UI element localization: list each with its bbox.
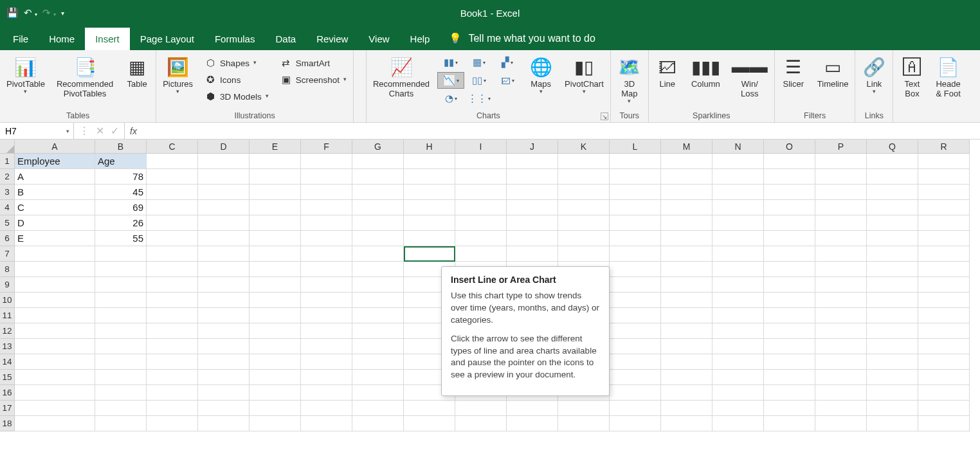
cell[interactable] (198, 169, 250, 185)
recommended-pivot-button[interactable]: 📑 Recommended PivotTables (53, 54, 117, 99)
pie-chart-icon[interactable]: ◔▾ (437, 90, 464, 107)
cell[interactable] (867, 215, 918, 231)
cell[interactable] (404, 246, 455, 262)
cell[interactable] (918, 200, 970, 215)
cell[interactable] (764, 154, 815, 169)
cell[interactable] (610, 215, 661, 231)
cell[interactable]: E (15, 231, 95, 246)
cell[interactable] (198, 277, 250, 293)
cell[interactable] (661, 323, 712, 339)
cell[interactable] (455, 231, 507, 246)
cell[interactable] (867, 339, 918, 354)
cell[interactable] (610, 169, 661, 185)
cell[interactable] (815, 385, 867, 401)
cell[interactable] (507, 169, 558, 185)
cell[interactable] (250, 370, 301, 385)
cell[interactable] (301, 246, 352, 262)
cell[interactable] (404, 154, 455, 169)
cell[interactable]: 45 (95, 185, 147, 200)
column-header[interactable]: L (610, 140, 661, 154)
cell[interactable] (815, 154, 867, 169)
cell[interactable] (918, 169, 970, 185)
cell[interactable] (815, 169, 867, 185)
hierarchy-chart-icon[interactable]: ▦▾ (466, 54, 493, 71)
charts-launcher-icon[interactable]: ↘ (601, 113, 608, 120)
cell[interactable] (918, 339, 970, 354)
cell[interactable] (558, 416, 610, 431)
cell[interactable] (815, 246, 867, 262)
cell[interactable] (250, 277, 301, 293)
cell[interactable] (15, 308, 95, 323)
cell[interactable] (764, 169, 815, 185)
cell[interactable] (198, 262, 250, 277)
cell[interactable]: C (15, 200, 95, 215)
cell[interactable] (867, 277, 918, 293)
line-chart-icon[interactable]: 📉▾ (437, 72, 464, 89)
cell[interactable] (95, 323, 147, 339)
cell[interactable] (301, 215, 352, 231)
cell[interactable] (352, 308, 404, 323)
cell[interactable] (661, 231, 712, 246)
cell[interactable] (147, 370, 198, 385)
column-header[interactable]: O (764, 140, 815, 154)
cell[interactable] (815, 293, 867, 308)
cell[interactable] (918, 293, 970, 308)
cell[interactable] (95, 339, 147, 354)
cell[interactable] (404, 215, 455, 231)
cell[interactable] (404, 231, 455, 246)
cell[interactable] (815, 416, 867, 431)
cell[interactable] (198, 308, 250, 323)
row-header[interactable]: 9 (0, 277, 15, 293)
cell[interactable] (610, 200, 661, 215)
cell[interactable] (712, 200, 764, 215)
cell[interactable] (95, 262, 147, 277)
select-all-corner[interactable] (0, 140, 15, 154)
column-header[interactable]: M (661, 140, 712, 154)
cell[interactable] (558, 200, 610, 215)
link-button[interactable]: 🔗Link▾ (858, 54, 890, 95)
cell[interactable] (15, 339, 95, 354)
cell[interactable] (301, 416, 352, 431)
cell[interactable] (610, 308, 661, 323)
cell[interactable] (764, 185, 815, 200)
cell[interactable] (661, 370, 712, 385)
sparkline-winloss-button[interactable]: ▬▬Win/ Loss (728, 54, 772, 99)
cell[interactable] (352, 354, 404, 370)
cell[interactable] (661, 215, 712, 231)
cell[interactable] (661, 185, 712, 200)
cell[interactable] (918, 262, 970, 277)
pivot-chart-button[interactable]: ▮▯ PivotChart▾ (561, 54, 608, 95)
cell[interactable] (95, 354, 147, 370)
cell[interactable] (301, 262, 352, 277)
cell[interactable] (610, 385, 661, 401)
cell[interactable] (404, 401, 455, 416)
cell[interactable] (250, 262, 301, 277)
cell[interactable] (712, 416, 764, 431)
cancel-icon[interactable]: ✕ (96, 125, 104, 137)
cell[interactable] (301, 154, 352, 169)
cell[interactable] (147, 323, 198, 339)
row-header[interactable]: 8 (0, 262, 15, 277)
cell[interactable] (918, 370, 970, 385)
cell[interactable] (507, 246, 558, 262)
cell[interactable] (610, 354, 661, 370)
formula-input[interactable]: fx (125, 123, 142, 139)
table-button[interactable]: ▦ Table (121, 54, 153, 89)
cell[interactable] (250, 154, 301, 169)
cell[interactable] (95, 416, 147, 431)
cell[interactable] (301, 185, 352, 200)
scatter-chart-icon[interactable]: ⋮⋮▾ (466, 90, 493, 107)
cell[interactable] (764, 277, 815, 293)
cell[interactable] (352, 169, 404, 185)
cell[interactable] (712, 169, 764, 185)
cell[interactable] (352, 401, 404, 416)
cell[interactable] (455, 169, 507, 185)
tell-me[interactable]: 💡 Tell me what you want to do (440, 26, 604, 50)
cell[interactable] (918, 308, 970, 323)
cell[interactable] (764, 246, 815, 262)
cell[interactable]: 55 (95, 231, 147, 246)
cell[interactable] (15, 277, 95, 293)
cell[interactable] (95, 277, 147, 293)
cell[interactable]: 69 (95, 200, 147, 215)
cell[interactable] (867, 231, 918, 246)
